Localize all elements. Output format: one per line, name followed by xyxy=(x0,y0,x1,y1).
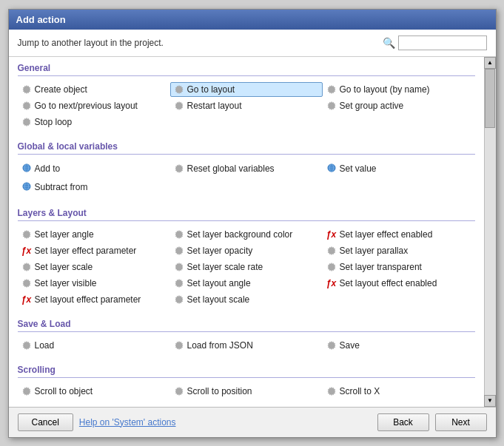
action-item-set-layout-effect-enabled[interactable]: ƒxSet layout effect enabled xyxy=(323,276,475,291)
action-item-set-layout-effect-param[interactable]: ƒxSet layout effect parameter xyxy=(18,292,170,307)
action-item-set-layer-effect-enabled[interactable]: ƒxSet layer effect enabled xyxy=(323,227,475,242)
fx-icon: ƒx xyxy=(326,278,337,288)
action-item-set-layer-effect-param[interactable]: ƒxSet layer effect parameter xyxy=(18,243,170,258)
action-item-go-to-next-previous[interactable]: Go to next/previous layout xyxy=(18,98,170,113)
action-item-add-to[interactable]: Add to xyxy=(18,161,170,178)
action-item-set-layer-angle[interactable]: Set layer angle xyxy=(18,227,170,242)
gear-icon xyxy=(21,386,32,396)
action-item-label: Go to layout (by name) xyxy=(340,84,430,95)
gear-icon xyxy=(174,163,184,174)
help-link[interactable]: Help on 'System' actions xyxy=(79,417,176,428)
scrollbar-thumb-area xyxy=(485,69,496,395)
action-item-go-to-layout[interactable]: Go to layout xyxy=(170,82,323,97)
description-bar: Jump to another layout in the project. 🔍 xyxy=(9,30,496,57)
gear-icon xyxy=(326,262,337,272)
globe-icon xyxy=(326,163,337,175)
action-item-set-layer-visible[interactable]: Set layer visible xyxy=(18,276,170,291)
content-area: General Create object Go to layout Go to… xyxy=(9,57,496,407)
section-scrolling: Scrolling Scroll to object Scroll to pos… xyxy=(18,365,475,399)
action-item-label: Set layer visible xyxy=(35,278,97,288)
action-item-set-layer-parallax[interactable]: Set layer parallax xyxy=(323,243,475,258)
gear-icon xyxy=(174,262,184,272)
action-item-label: Set layer effect enabled xyxy=(340,229,433,240)
cancel-button[interactable]: Cancel xyxy=(18,413,73,431)
next-button[interactable]: Next xyxy=(435,413,487,431)
action-item-label: Scroll to X xyxy=(340,386,380,396)
action-item-restart-layout[interactable]: Restart layout xyxy=(170,98,323,113)
back-button[interactable]: Back xyxy=(377,413,429,431)
action-item-stop-loop[interactable]: Stop loop xyxy=(18,115,170,129)
fx-icon: ƒx xyxy=(21,294,32,305)
section-general: General Create object Go to layout Go to… xyxy=(18,63,475,129)
section-header-save-load: Save & Load xyxy=(18,319,475,332)
action-item-create-object[interactable]: Create object xyxy=(18,82,170,97)
section-items-general: Create object Go to layout Go to layout … xyxy=(18,82,475,129)
action-item-scroll-to-position[interactable]: Scroll to position xyxy=(170,384,323,399)
action-item-load-from-json[interactable]: Load from JSON xyxy=(170,338,323,353)
scrollbar-down-btn[interactable]: ▼ xyxy=(484,395,496,407)
scrollbar-up-btn[interactable]: ▲ xyxy=(484,57,496,69)
action-item-scroll-to-object[interactable]: Scroll to object xyxy=(18,384,170,399)
gear-icon xyxy=(21,84,32,95)
footer: Cancel Help on 'System' actions Back Nex… xyxy=(9,407,496,437)
scrollbar-thumb[interactable] xyxy=(485,69,495,128)
action-item-label: Add to xyxy=(35,163,61,174)
action-item-label: Set layer transparent xyxy=(340,262,422,272)
gear-icon xyxy=(174,278,184,288)
section-layers-layout: Layers & Layout Set layer angle Set laye… xyxy=(18,208,475,307)
section-items-layers-layout: Set layer angle Set layer background col… xyxy=(18,227,475,307)
fx-icon: ƒx xyxy=(21,246,32,256)
section-header-scrolling: Scrolling xyxy=(18,365,475,378)
gear-icon xyxy=(21,340,32,351)
action-item-set-layout-angle[interactable]: Set layout angle xyxy=(170,276,323,291)
action-item-subtract-from[interactable]: Subtract from xyxy=(18,179,170,196)
action-item-label: Set layout effect parameter xyxy=(35,294,141,305)
action-item-set-value[interactable]: Set value xyxy=(323,161,475,178)
action-item-set-layer-bg-color[interactable]: Set layer background color xyxy=(170,227,323,242)
action-item-label: Stop loop xyxy=(35,117,73,127)
gear-icon xyxy=(326,84,337,95)
gear-icon xyxy=(21,229,32,240)
action-item-label: Set layer effect parameter xyxy=(35,246,137,256)
action-item-label: Scroll to position xyxy=(187,386,252,396)
action-item-label: Create object xyxy=(35,84,87,95)
action-item-label: Scroll to object xyxy=(35,386,93,396)
section-save-load: Save & Load Load Load from JSON Save xyxy=(18,319,475,353)
action-item-label: Subtract from xyxy=(35,182,88,192)
search-input[interactable] xyxy=(398,36,487,50)
gear-icon xyxy=(326,101,337,111)
action-item-set-layout-scale[interactable]: Set layout scale xyxy=(170,292,323,307)
gear-icon xyxy=(326,386,337,396)
action-item-label: Set layer opacity xyxy=(187,246,253,256)
section-header-layers-layout: Layers & Layout xyxy=(18,208,475,221)
action-item-label: Set layer parallax xyxy=(340,246,409,256)
section-header-general: General xyxy=(18,63,475,76)
action-item-set-group-active[interactable]: Set group active xyxy=(323,98,475,113)
search-area: 🔍 xyxy=(383,36,487,50)
action-item-label: Set layout effect enabled xyxy=(340,278,437,288)
fx-icon: ƒx xyxy=(326,229,337,240)
action-item-label: Save xyxy=(340,340,360,351)
action-item-load[interactable]: Load xyxy=(18,338,170,353)
section-global-local: Global & local variables Add to Reset gl… xyxy=(18,141,475,196)
section-items-scrolling: Scroll to object Scroll to position Scro… xyxy=(18,384,475,399)
action-item-set-layer-transparent[interactable]: Set layer transparent xyxy=(323,260,475,274)
action-item-go-to-layout-by-name[interactable]: Go to layout (by name) xyxy=(323,82,475,97)
section-items-global-local: Add to Reset global variables Set value … xyxy=(18,161,475,196)
action-item-set-layer-scale-rate[interactable]: Set layer scale rate xyxy=(170,260,323,274)
action-item-set-layer-scale[interactable]: Set layer scale xyxy=(18,260,170,274)
section-items-save-load: Load Load from JSON Save xyxy=(18,338,475,353)
gear-icon xyxy=(326,246,337,256)
action-item-label: Set layout angle xyxy=(187,278,251,288)
scroll-content[interactable]: General Create object Go to layout Go to… xyxy=(9,57,484,407)
action-item-label: Go to layout xyxy=(187,84,235,95)
action-item-scroll-to-x[interactable]: Scroll to X xyxy=(323,384,475,399)
action-item-reset-global[interactable]: Reset global variables xyxy=(170,161,323,178)
search-icon: 🔍 xyxy=(383,37,395,49)
gear-icon xyxy=(174,84,184,95)
gear-icon xyxy=(21,117,32,127)
action-item-set-layer-opacity[interactable]: Set layer opacity xyxy=(170,243,323,258)
section-header-global-local: Global & local variables xyxy=(18,141,475,155)
action-item-save[interactable]: Save xyxy=(323,338,475,353)
action-item-label: Go to next/previous layout xyxy=(35,101,138,111)
